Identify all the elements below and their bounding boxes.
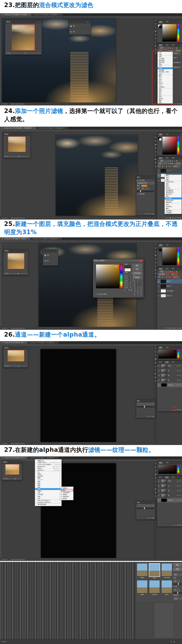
panel-menu-icon[interactable]: ☰ xyxy=(180,44,181,46)
picker-hue-slider[interactable] xyxy=(120,264,123,288)
navigator-thumbnail[interactable] xyxy=(7,253,24,269)
dock-icon[interactable]: ◔ xyxy=(155,38,156,40)
dock-icon[interactable]: A xyxy=(155,251,156,253)
dock-icon[interactable]: ◷ xyxy=(155,347,156,349)
filter-kind-select[interactable]: 类型 xyxy=(160,160,169,162)
filter-icons[interactable]: ▣ ◐ ▢ 🔒 xyxy=(170,47,178,48)
delete-icon[interactable]: 🗑 xyxy=(180,327,181,329)
grain-preview[interactable] xyxy=(0,562,135,639)
new-layer-icon[interactable]: ⊕ xyxy=(177,103,178,105)
dock-icon[interactable]: ◔ xyxy=(155,151,156,153)
blend-mode-option[interactable]: 变亮 xyxy=(158,65,173,67)
close-icon[interactable]: × xyxy=(153,177,154,178)
tab-color[interactable]: 颜色 xyxy=(158,461,164,464)
blend-mode-option[interactable]: 颜色减淡 xyxy=(158,69,173,71)
properties-select[interactable] xyxy=(137,402,154,405)
navigator-zoom-slider[interactable]: ▲ xyxy=(10,156,29,156)
delete-icon[interactable]: 🗑 xyxy=(153,213,154,215)
close-icon[interactable]: × xyxy=(26,250,27,252)
layer-row[interactable]: 👁 图层 8 xyxy=(157,284,182,289)
filter-thumbnail[interactable]: 纹理化 xyxy=(161,580,173,596)
field-value[interactable]: 0 xyxy=(136,282,140,284)
blend-mode-option[interactable]: 实色混合 xyxy=(158,86,173,88)
blend-mode-option[interactable]: 叠加 xyxy=(158,74,173,77)
close-icon[interactable]: × xyxy=(153,502,154,504)
ok-button[interactable]: 确定 xyxy=(173,563,182,567)
cancel-button[interactable]: 取消 xyxy=(132,268,142,271)
visibility-eye-icon[interactable]: 👁 xyxy=(158,365,160,367)
visibility-eye-icon[interactable]: 👁 xyxy=(158,500,160,501)
delete-effect-layer-icon[interactable]: 🗑 xyxy=(173,641,175,643)
color-field[interactable] xyxy=(162,136,177,155)
field-value[interactable]: 68 xyxy=(136,289,140,291)
filter-menu-item[interactable]: 画笔描边 ▸ xyxy=(35,475,61,477)
dock-icon[interactable]: ⇆ xyxy=(155,136,156,138)
visibility-eye-icon[interactable]: 👁 xyxy=(158,370,160,372)
density-value[interactable]: 13 xyxy=(141,187,148,190)
tab-color[interactable]: 颜色 xyxy=(158,133,164,136)
navigator-thumbnail[interactable] xyxy=(5,464,19,475)
lock-icons[interactable]: ▣ ✛ 🔒 xyxy=(162,166,168,167)
filter-menu-item[interactable]: 扭曲 ▸ xyxy=(35,480,61,482)
tab-paths[interactable]: 路径 xyxy=(171,476,176,478)
save-selection-icon[interactable]: ▭ xyxy=(175,409,176,411)
filter-thumbnail[interactable]: 马赛克拼贴 xyxy=(161,563,173,579)
filter-menu-item[interactable]: ProDigital Software ▸ xyxy=(35,501,61,503)
adjustment-menu-item[interactable]: 纯色... xyxy=(165,175,182,177)
texture-submenu-item[interactable]: 拼缀图... xyxy=(61,494,73,496)
ok-button[interactable]: 确定 xyxy=(132,264,142,267)
tab-color[interactable]: 颜色 xyxy=(158,244,164,246)
delete-icon[interactable]: 🗑 xyxy=(153,416,154,418)
delete-icon[interactable]: 🗑 xyxy=(180,524,181,526)
dock-icon[interactable]: ⊞ xyxy=(155,258,156,260)
opacity-select[interactable]: 100% xyxy=(175,49,181,52)
document-tab-inactive[interactable]: 1.psd @ 22.8%(曲线 2, 图层蒙版/8) * × xyxy=(32,13,63,16)
radio-button[interactable] xyxy=(124,287,126,288)
dock-icon[interactable]: ▶ xyxy=(155,45,156,47)
channel-row[interactable]: 👁 Alpha 1 Ctrl+6 xyxy=(157,498,182,503)
close-icon[interactable]: × xyxy=(28,134,30,135)
blend-mode-option[interactable]: 溶解 xyxy=(158,54,173,56)
filter-menu-item[interactable]: 素描 ▸ xyxy=(35,486,61,488)
document-tab-active[interactable]: 2：1.psd @ 53.9%(图层 10, RGB/8) * × xyxy=(0,13,32,16)
blend-mode-option[interactable]: 正常 xyxy=(158,52,173,54)
filter-menu-item[interactable]: Camera Raw 滤镜(C)... Shift+Ctrl+A ▸ xyxy=(35,464,61,465)
foreground-background-swatches[interactable] xyxy=(158,24,162,28)
document-tab-inactive[interactable]: 1.psd @ 22.8%(曲线 2, 图层蒙版/8) * × xyxy=(28,341,60,344)
dock-icon[interactable]: ⊞ xyxy=(155,362,156,364)
dock-icon[interactable]: ▤ xyxy=(155,144,157,146)
adjustment-menu-item[interactable]: 亮度/对比度... xyxy=(165,181,182,183)
foreground-background-swatches[interactable] xyxy=(158,248,162,251)
filter-menu-item[interactable]: 浏览联机滤镜... ▸ xyxy=(35,503,61,505)
close-icon[interactable]: × xyxy=(89,21,90,22)
contrast-slider[interactable] xyxy=(173,592,182,593)
collapse-icon[interactable]: ◂◂ xyxy=(87,21,88,22)
filter-menu-item[interactable]: 消失点(V)... Alt+Ctrl+V ▸ xyxy=(35,469,61,471)
tab-swatches[interactable]: 色板 xyxy=(165,346,170,349)
delete-icon[interactable]: 🗑 xyxy=(180,409,181,411)
visibility-eye-icon[interactable]: 👁 xyxy=(158,485,160,487)
dock-icon[interactable]: ✎ xyxy=(155,484,156,486)
delete-icon[interactable]: 🗑 xyxy=(153,517,154,519)
adjustment-menu-item[interactable]: 色相/饱和度... xyxy=(165,191,182,193)
color-field[interactable] xyxy=(162,247,177,266)
navigator-thumbnail[interactable] xyxy=(12,24,35,50)
navigator-thumbnail[interactable] xyxy=(7,350,24,362)
blend-mode-option[interactable]: 亮光 xyxy=(158,80,173,82)
contrast-value[interactable]: 50 xyxy=(173,588,180,591)
hue-slider[interactable] xyxy=(177,350,180,359)
dock-icon[interactable]: ◷ xyxy=(155,20,156,21)
intensity-value[interactable]: 40 xyxy=(173,580,180,582)
channel-row[interactable]: 👁 RGB Ctrl+2 xyxy=(157,479,182,484)
group-icon[interactable]: ▢ xyxy=(175,327,176,329)
adjustment-menu-item[interactable]: 自然饱和度... xyxy=(165,189,182,192)
channel-row[interactable]: 👁 蓝 Ctrl+5 xyxy=(157,378,182,383)
dock-icon[interactable]: ◷ xyxy=(155,462,156,464)
intensity-slider[interactable] xyxy=(173,584,182,585)
mini-panel-button[interactable]: ⇆ 显... xyxy=(69,29,91,35)
filter-kind-select[interactable]: 类型 xyxy=(160,46,169,49)
dock-icon[interactable]: ▶ xyxy=(155,488,156,490)
blend-mode-option[interactable]: 深色 xyxy=(158,63,173,65)
adjustment-icon[interactable]: ◑ xyxy=(172,327,174,329)
blend-mode-option[interactable]: 颜色加深 xyxy=(158,60,173,62)
